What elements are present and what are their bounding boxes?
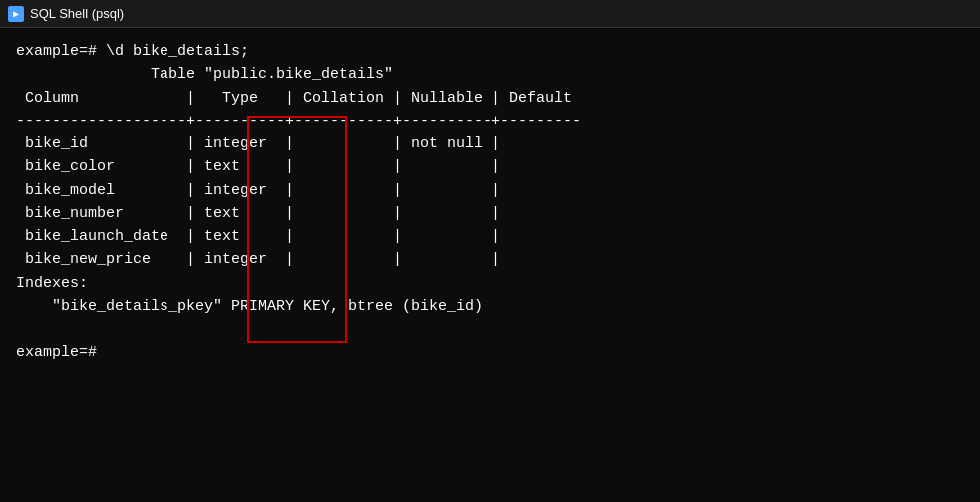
app-icon: ▶: [8, 6, 24, 22]
terminal-output: example=# \d bike_details; Table "public…: [16, 40, 964, 365]
app-icon-symbol: ▶: [13, 8, 19, 20]
terminal-body[interactable]: example=# \d bike_details; Table "public…: [0, 28, 980, 376]
window-title: SQL Shell (psql): [30, 6, 124, 21]
title-bar: ▶ SQL Shell (psql): [0, 0, 980, 28]
